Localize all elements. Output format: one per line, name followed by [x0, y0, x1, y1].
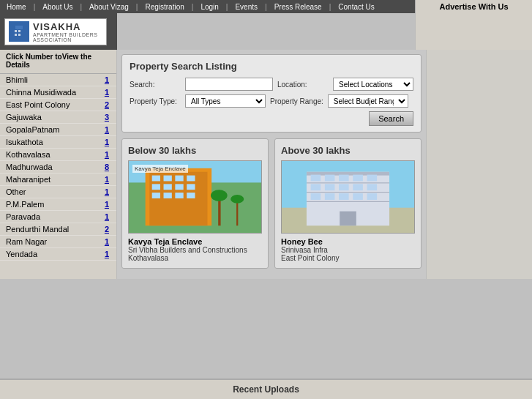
svg-rect-11: [164, 176, 172, 182]
right-panel: [426, 50, 532, 279]
sidebar-count-eastpoint: 2: [105, 100, 109, 109]
sidebar-item-madhurwada[interactable]: Madhurwada 8: [0, 161, 116, 174]
location-select[interactable]: Select Locations: [333, 78, 413, 91]
sidebar-item-yendada[interactable]: Yendada 1: [0, 248, 116, 261]
sidebar-item-isukathota[interactable]: Isukathota 1: [0, 136, 116, 149]
sidebar-item-kothavalasa[interactable]: Kothavalasa 1: [0, 149, 116, 161]
search-row-1: Search: Location: Select Locations: [130, 78, 413, 91]
nav-events[interactable]: Events: [231, 3, 261, 11]
nav-about-vizag[interactable]: About Vizag: [86, 3, 132, 11]
sidebar-label-gopalapatnam: GopalaPatnam: [6, 125, 59, 134]
sidebar-item-chinna[interactable]: Chinna Musidiwada 1: [0, 86, 116, 99]
svg-rect-34: [325, 175, 335, 182]
logo-spacer: [117, 13, 415, 50]
sidebar-item-eastpoint[interactable]: East Point Colony 2: [0, 99, 116, 111]
sidebar-label-maharanipet: Maharanipet: [6, 175, 50, 184]
below-property-name[interactable]: Kavya Teja Enclave: [128, 237, 262, 246]
below-image-label: Kavya Teja Enclave: [132, 165, 188, 173]
sidebar-item-bhimli[interactable]: Bhimli 1: [0, 74, 116, 86]
listings-area: Below 30 lakhs Kavya Teja Enclave: [121, 138, 422, 269]
above-30-title: Above 30 lakhs: [281, 145, 415, 156]
svg-rect-35: [339, 175, 349, 182]
svg-rect-48: [340, 212, 356, 226]
page-wrapper: Home | About Us | About Vizag | Registra…: [0, 0, 532, 279]
svg-rect-5: [18, 34, 20, 36]
sidebar-count-isukathota: 1: [105, 138, 109, 146]
above-property-image[interactable]: [281, 160, 415, 234]
above-property-name[interactable]: Honey Bee: [281, 237, 415, 246]
svg-rect-31: [307, 192, 389, 193]
svg-rect-41: [353, 184, 363, 190]
sidebar-label-gajuwaka: Gajuwaka: [6, 113, 42, 122]
above-30-section: Above 30 lakhs: [274, 138, 422, 269]
svg-rect-17: [187, 184, 195, 190]
sidebar-count-bhimli: 1: [105, 75, 109, 84]
sidebar-count-pendurthi: 2: [105, 225, 109, 234]
sidebar-label-yendada: Yendada: [6, 250, 37, 258]
svg-rect-13: [187, 176, 195, 182]
svg-rect-10: [152, 176, 160, 182]
sidebar-item-gajuwaka[interactable]: Gajuwaka 3: [0, 111, 116, 124]
property-range-label: Property Range:: [270, 97, 323, 105]
sidebar-label-bhimli: Bhimli: [6, 75, 28, 84]
sidebar-count-kothavalasa: 1: [105, 150, 109, 159]
footer: Recent Uploads: [0, 379, 532, 399]
nav-about-us[interactable]: About Us: [39, 3, 76, 11]
svg-rect-4: [15, 34, 17, 36]
svg-rect-3: [18, 30, 20, 32]
search-input[interactable]: [185, 78, 273, 91]
sidebar-item-ramnagar[interactable]: Ram Nagar 1: [0, 236, 116, 248]
sidebar-item-pendurthi[interactable]: Pendurthi Mandal 2: [0, 223, 116, 236]
svg-rect-47: [367, 193, 378, 200]
sidebar-item-gopalapatnam[interactable]: GopalaPatnam 1: [0, 124, 116, 136]
ad-header: Advertise With Us: [415, 0, 532, 13]
sep-6: |: [261, 3, 271, 11]
sidebar-label-madhurwada: Madhurwada: [6, 163, 53, 171]
sidebar-label-pmpalem: P.M.Palem: [6, 200, 44, 209]
property-type-label: Property Type:: [130, 97, 181, 105]
property-type-select[interactable]: All Types: [185, 94, 266, 108]
svg-rect-16: [175, 184, 183, 190]
svg-rect-20: [175, 193, 183, 198]
sidebar: Click Number toView the Details Bhimli 1…: [0, 50, 117, 279]
sidebar-item-pmpalem[interactable]: P.M.Palem 1: [0, 198, 116, 211]
below-property-location: Kothavalasa: [128, 254, 262, 262]
svg-rect-32: [307, 201, 389, 202]
svg-rect-37: [367, 175, 378, 182]
sidebar-item-other[interactable]: Other 1: [0, 186, 116, 198]
svg-rect-21: [187, 193, 195, 198]
sidebar-count-madhurwada: 8: [105, 163, 109, 171]
search-label: Search:: [130, 81, 181, 89]
ad-header-text: Advertise With Us: [439, 2, 508, 11]
svg-rect-42: [367, 184, 378, 190]
above-property-builder: Srinivasa Infra: [281, 246, 415, 254]
svg-rect-46: [353, 193, 363, 200]
search-title: Property Search Listing: [130, 61, 413, 72]
property-range-select[interactable]: Select Budjet Range: [328, 94, 408, 108]
nav-registration[interactable]: Registration: [141, 3, 187, 11]
center-panel: Property Search Listing Search: Location…: [117, 50, 426, 279]
sep-4: |: [188, 3, 198, 11]
svg-rect-44: [325, 193, 335, 200]
svg-rect-1: [15, 26, 23, 29]
nav-login[interactable]: Login: [197, 3, 222, 11]
below-property-image[interactable]: Kavya Teja Enclave: [128, 160, 262, 234]
nav-area: Home | About Us | About Vizag | Registra…: [0, 0, 415, 13]
location-label: Location:: [277, 81, 329, 89]
svg-rect-22: [218, 197, 220, 225]
svg-rect-36: [353, 175, 363, 182]
below-30-title: Below 30 lakhs: [128, 145, 262, 156]
nav-home[interactable]: Home: [3, 3, 30, 11]
search-button[interactable]: Search: [369, 111, 413, 126]
body-row: Click Number toView the Details Bhimli 1…: [0, 50, 532, 279]
nav-press-release[interactable]: Press Release: [271, 3, 326, 11]
below-property-builder: Sri Vibha Builders and Constructions: [128, 246, 262, 254]
nav-contact-us[interactable]: Contact Us: [334, 3, 378, 11]
svg-rect-30: [307, 182, 389, 183]
svg-rect-19: [164, 193, 172, 198]
sidebar-item-paravada[interactable]: Paravada 1: [0, 211, 116, 223]
nav-links: Home | About Us | About Vizag | Registra…: [3, 3, 378, 11]
sidebar-label-kothavalasa: Kothavalasa: [6, 150, 50, 159]
sidebar-count-chinna: 1: [105, 88, 109, 97]
sidebar-item-maharanipet[interactable]: Maharanipet 1: [0, 174, 116, 186]
